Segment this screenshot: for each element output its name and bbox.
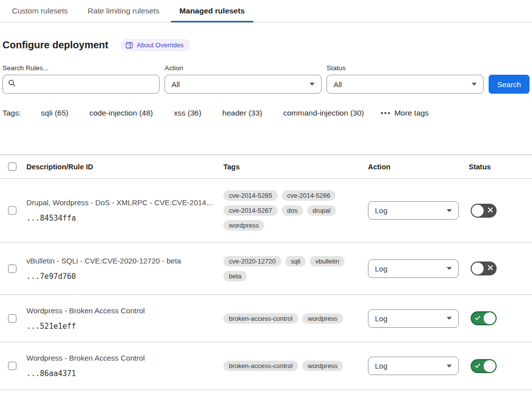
tag-pill: vbulletin [310, 256, 345, 266]
row-checkbox[interactable] [8, 264, 16, 273]
tags-bar-label: Tags: [2, 109, 21, 118]
rule-tags: broken-access-control wordpress [219, 313, 364, 324]
tag-pill: cve-2020-12720 [223, 256, 281, 266]
status-filter-value: All [334, 80, 342, 89]
tag-pill: broken-access-control [223, 313, 298, 324]
table-header-row: Description/Rule ID Tags Action Status [0, 155, 532, 179]
rule-id: ...521e1eff [26, 322, 219, 331]
rule-description: Wordpress - Broken Access Control [26, 354, 219, 362]
rule-description: vBulletin - SQLi - CVE:CVE-2020-12720 - … [26, 257, 219, 265]
ruleset-tabbar: Custom rulesets Rate limiting rulesets M… [0, 0, 532, 22]
chevron-down-icon [447, 317, 452, 320]
rule-tags: cve-2020-12720 sqli vbulletin beta [219, 256, 364, 281]
row-checkbox[interactable] [8, 314, 16, 323]
filters-row: Search Rules... Action All Status All Se… [2, 64, 530, 94]
x-icon [487, 264, 494, 273]
column-header-tags: Tags [219, 163, 364, 171]
action-select-value: Log [375, 264, 387, 273]
column-header-status: Status [465, 163, 532, 171]
search-field: Search Rules... [2, 64, 160, 94]
search-button[interactable]: Search [489, 75, 530, 94]
search-input[interactable] [20, 80, 154, 89]
tag-pill: cve-2014-5266 [282, 190, 336, 201]
ellipsis-icon [381, 112, 390, 114]
rule-id: ...84534ffa [26, 214, 219, 223]
action-filter-select[interactable]: All [165, 75, 322, 94]
toggle-knob [484, 360, 496, 372]
chevron-down-icon [472, 83, 477, 86]
search-icon [8, 79, 16, 89]
heading-row: Configure deployment About Overrides [2, 39, 530, 51]
table-row: Drupal, Wordpress - DoS - XMLRPC - CVE:C… [0, 179, 532, 243]
book-icon [126, 42, 133, 49]
table-row: Wordpress - Broken Access Control ...521… [0, 295, 532, 342]
tag-pill: wordpress [223, 220, 264, 231]
action-select[interactable]: Log [368, 260, 459, 278]
action-select[interactable]: Log [368, 201, 459, 220]
status-toggle-off[interactable] [471, 204, 497, 218]
tag-pill: wordpress [302, 361, 343, 371]
toggle-knob [484, 312, 496, 324]
tag-pill: sqli [285, 256, 306, 266]
tag-pill: dos [282, 205, 303, 216]
action-select-value: Log [375, 314, 387, 323]
rule-id: ...7e97d760 [26, 272, 219, 281]
rule-tags: cve-2014-5265 cve-2014-5266 cve-2014-526… [219, 190, 364, 231]
rules-table: Description/Rule ID Tags Action Status D… [0, 154, 532, 390]
action-filter-value: All [172, 80, 180, 89]
check-icon [474, 314, 481, 323]
tag-link-code-injection[interactable]: code-injection (48) [89, 109, 153, 118]
status-filter-field: Status All [327, 64, 484, 94]
tag-pill: drupal [307, 205, 336, 216]
table-row: Wordpress - Broken Access Control ...86a… [0, 342, 532, 390]
tab-rate-limiting-rulesets[interactable]: Rate limiting rulesets [88, 0, 160, 22]
check-icon [474, 362, 481, 371]
tag-pill: broken-access-control [223, 361, 298, 371]
tag-pill: cve-2014-5267 [223, 205, 278, 216]
action-select-value: Log [375, 362, 387, 370]
tag-pill: cve-2014-5265 [223, 190, 278, 201]
action-select-value: Log [375, 206, 387, 215]
toggle-knob [472, 205, 484, 217]
status-toggle-on[interactable] [471, 359, 497, 373]
tab-managed-rulesets[interactable]: Managed rulesets [179, 0, 245, 22]
action-select[interactable]: Log [368, 357, 459, 375]
tag-link-header[interactable]: header (33) [222, 109, 262, 118]
tags-bar: Tags: sqli (65) code-injection (48) xss … [2, 109, 530, 118]
status-filter-select[interactable]: All [327, 75, 484, 94]
chevron-down-icon [447, 209, 452, 212]
about-overrides-badge[interactable]: About Overrides [120, 39, 190, 51]
action-filter-field: Action All [165, 64, 322, 94]
tag-link-xss[interactable]: xss (36) [174, 109, 201, 118]
tag-pill: wordpress [302, 313, 343, 324]
toggle-knob [472, 263, 484, 274]
page-title: Configure deployment [2, 39, 108, 51]
select-all-checkbox[interactable] [8, 162, 16, 171]
rule-description: Wordpress - Broken Access Control [26, 306, 219, 315]
tag-link-sqli[interactable]: sqli (65) [41, 109, 68, 118]
chevron-down-icon [447, 365, 452, 368]
action-select[interactable]: Log [368, 309, 459, 328]
rule-tags: broken-access-control wordpress [219, 361, 364, 371]
search-label: Search Rules... [2, 64, 160, 72]
search-box [2, 75, 160, 94]
row-checkbox[interactable] [8, 362, 16, 370]
x-icon [487, 206, 494, 215]
column-header-action: Action [364, 163, 465, 171]
more-tags-button[interactable]: More tags [381, 109, 429, 118]
rule-id: ...86aa4371 [26, 369, 219, 378]
row-checkbox[interactable] [8, 206, 16, 215]
rule-description: Drupal, Wordpress - DoS - XMLRPC - CVE:C… [26, 198, 219, 207]
tag-link-command-injection[interactable]: command-injection (30) [283, 109, 364, 118]
action-filter-label: Action [165, 64, 322, 72]
chevron-down-icon [310, 83, 315, 86]
status-toggle-off[interactable] [471, 262, 497, 275]
chevron-down-icon [447, 267, 452, 270]
status-filter-label: Status [327, 64, 484, 72]
status-toggle-on[interactable] [471, 311, 497, 325]
about-overrides-label: About Overrides [137, 41, 183, 49]
more-tags-label: More tags [394, 109, 429, 118]
tag-pill: beta [223, 271, 247, 281]
tab-custom-rulesets[interactable]: Custom rulesets [12, 0, 68, 22]
table-row: vBulletin - SQLi - CVE:CVE-2020-12720 - … [0, 243, 532, 295]
